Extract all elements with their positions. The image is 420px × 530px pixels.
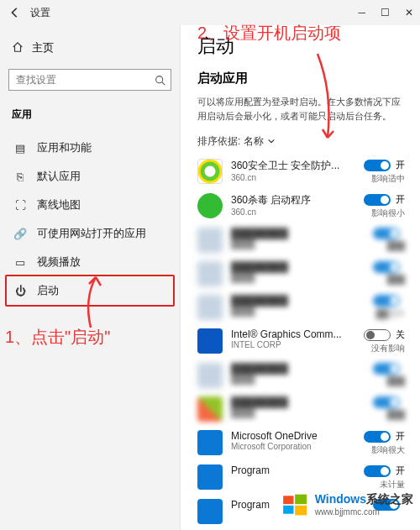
impact-label: ███ bbox=[387, 376, 405, 386]
toggle-state: 开 bbox=[396, 193, 405, 206]
app-row: ███████████████ bbox=[197, 228, 405, 253]
impact-label: 影响很大 bbox=[371, 444, 405, 456]
app-info: 360安全卫士 安全防护...360.cn bbox=[231, 159, 355, 182]
svg-rect-5 bbox=[295, 505, 307, 515]
nav-label: 启动 bbox=[37, 283, 59, 298]
app-icon bbox=[197, 464, 223, 490]
app-publisher: 360.cn bbox=[231, 173, 355, 182]
nav-label: 默认应用 bbox=[37, 169, 81, 184]
sidebar-item-2[interactable]: ⛶离线地图 bbox=[8, 191, 171, 219]
nav-icon: ⛶ bbox=[13, 199, 27, 212]
startup-toggle[interactable] bbox=[373, 396, 400, 408]
startup-toggle[interactable] bbox=[364, 160, 391, 171]
startup-toggle[interactable] bbox=[364, 465, 391, 477]
home-label: 主页 bbox=[32, 40, 54, 55]
impact-label: 影响适中 bbox=[371, 173, 405, 185]
maximize-button[interactable]: ☐ bbox=[381, 7, 390, 18]
toggle-state: 关 bbox=[396, 328, 405, 341]
app-row: Intel® Graphics Comm...INTEL CORP关没有影响 bbox=[197, 328, 405, 354]
sort-row[interactable]: 排序依据: 名称 bbox=[197, 134, 405, 149]
close-button[interactable]: ✕ bbox=[405, 7, 413, 18]
app-publisher: ████ bbox=[231, 273, 365, 282]
app-name: Intel® Graphics Comm... bbox=[231, 328, 355, 340]
app-icon bbox=[197, 295, 223, 320]
startup-toggle[interactable] bbox=[373, 228, 400, 239]
app-icon bbox=[197, 396, 223, 422]
sidebar-item-1[interactable]: ⎘默认应用 bbox=[8, 162, 171, 191]
app-info: Microsoft OneDriveMicrosoft Corporation bbox=[231, 430, 355, 451]
nav-label: 应用和功能 bbox=[37, 140, 92, 155]
app-row: Microsoft OneDriveMicrosoft Corporation开… bbox=[197, 430, 405, 456]
toggle-state: 开 bbox=[396, 430, 405, 443]
app-name: Microsoft OneDrive bbox=[231, 430, 355, 442]
search-wrap bbox=[8, 69, 171, 91]
startup-toggle[interactable] bbox=[373, 363, 400, 375]
nav-label: 可使用网站打开的应用 bbox=[37, 226, 146, 241]
app-row: ███████████████ bbox=[197, 261, 405, 286]
window-controls: ─ ☐ ✕ bbox=[358, 7, 413, 18]
nav-icon: ⏻ bbox=[13, 285, 27, 297]
sort-label: 排序依据: bbox=[197, 134, 240, 149]
nav-label: 视频播放 bbox=[37, 255, 81, 270]
app-name: Program bbox=[231, 464, 355, 476]
app-row: ███████████████ bbox=[197, 396, 405, 422]
startup-toggle[interactable] bbox=[373, 261, 400, 273]
search-input[interactable] bbox=[8, 69, 171, 91]
home-link[interactable]: 主页 bbox=[8, 35, 171, 60]
impact-label: ███ bbox=[387, 241, 405, 250]
sidebar-item-0[interactable]: ▤应用和功能 bbox=[8, 134, 171, 162]
app-publisher: 360.cn bbox=[231, 207, 355, 217]
app-name: ████████ bbox=[231, 363, 365, 375]
app-name: ████████ bbox=[231, 228, 365, 239]
sidebar-item-3[interactable]: 🔗可使用网站打开的应用 bbox=[8, 219, 171, 248]
app-info: ████████████ bbox=[231, 363, 365, 384]
windows-logo-icon bbox=[281, 493, 310, 517]
impact-label: 影响很小 bbox=[371, 207, 405, 219]
sidebar: 主页 应用 ▤应用和功能⎘默认应用⛶离线地图🔗可使用网站打开的应用▭视频播放⏻启… bbox=[0, 25, 181, 530]
startup-toggle[interactable] bbox=[373, 295, 400, 307]
home-icon bbox=[12, 41, 24, 55]
sort-value: 名称 bbox=[244, 134, 264, 149]
app-name: ████████ bbox=[231, 396, 365, 408]
svg-rect-3 bbox=[295, 494, 307, 504]
app-row: ██████████████适中 bbox=[197, 295, 405, 320]
app-name: 360杀毒 启动程序 bbox=[231, 193, 355, 207]
app-name: 360安全卫士 安全防护... bbox=[231, 159, 355, 173]
chevron-down-icon bbox=[267, 136, 276, 148]
title-bar: 设置 ─ ☐ ✕ bbox=[0, 0, 420, 25]
toggle-state: 开 bbox=[396, 464, 405, 477]
app-info: ████████████ bbox=[231, 228, 365, 249]
page-title: 启动 bbox=[197, 34, 405, 59]
app-row: Program开未计量 bbox=[197, 464, 405, 491]
app-row: 360安全卫士 安全防护...360.cn开影响适中 bbox=[197, 159, 405, 185]
impact-label: ███ bbox=[387, 410, 405, 419]
category-label: 应用 bbox=[8, 102, 171, 134]
app-publisher: ████ bbox=[231, 239, 365, 249]
impact-label: ██适中 bbox=[376, 308, 405, 320]
app-icon bbox=[197, 430, 223, 455]
startup-toggle[interactable] bbox=[364, 329, 391, 341]
app-info: Program bbox=[231, 464, 355, 476]
app-icon bbox=[197, 193, 223, 218]
window-title: 设置 bbox=[30, 6, 50, 20]
app-icon bbox=[197, 228, 223, 253]
app-info: 360杀毒 启动程序360.cn bbox=[231, 193, 355, 217]
app-icon bbox=[197, 159, 223, 184]
startup-toggle[interactable] bbox=[364, 194, 391, 206]
watermark: Windows系统之家 www.bjjmmc.com bbox=[281, 492, 413, 517]
app-publisher: INTEL CORP bbox=[231, 340, 355, 349]
sidebar-item-4[interactable]: ▭视频播放 bbox=[8, 248, 171, 276]
nav-icon: ▤ bbox=[13, 142, 27, 155]
impact-label: 没有影响 bbox=[371, 343, 405, 354]
app-row: 360杀毒 启动程序360.cn开影响很小 bbox=[197, 193, 405, 219]
nav-icon: ▭ bbox=[13, 256, 27, 269]
main-content: 启动 启动应用 可以将应用配置为登录时启动。在大多数情况下应用启动后会最小化，或… bbox=[181, 25, 420, 530]
svg-point-0 bbox=[155, 76, 162, 82]
svg-line-1 bbox=[161, 81, 164, 84]
minimize-button[interactable]: ─ bbox=[358, 7, 365, 18]
sidebar-item-5[interactable]: ⏻启动 bbox=[5, 275, 175, 307]
startup-toggle[interactable] bbox=[364, 431, 391, 443]
svg-rect-2 bbox=[283, 496, 293, 504]
search-icon[interactable] bbox=[151, 71, 168, 88]
back-button[interactable] bbox=[7, 7, 24, 18]
